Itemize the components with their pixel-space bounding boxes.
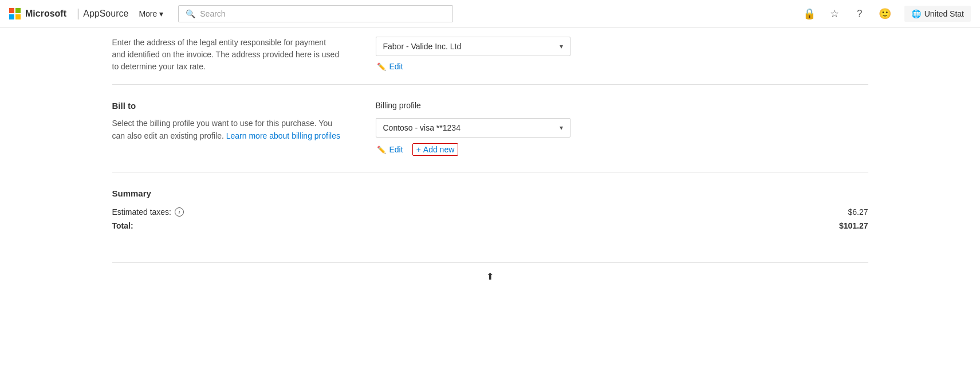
estimated-taxes-label: Estimated taxes: i [112, 207, 184, 217]
billing-profile-value: Contoso - visa **1234 [383, 123, 461, 132]
header-divider: | [77, 7, 80, 20]
region-selector[interactable]: 🌐 United Stat [904, 6, 971, 22]
billing-address-text: Enter the address of the legal entity re… [112, 37, 341, 73]
billing-address-section: Enter the address of the legal entity re… [112, 28, 868, 85]
billto-right: Billing profile Contoso - visa **1234 ▾ … [376, 101, 570, 156]
add-new-label: Add new [423, 145, 454, 154]
favorites-icon[interactable]: ☆ [824, 3, 845, 24]
add-new-billing-profile-link[interactable]: + Add new [412, 143, 459, 156]
total-value: $101.27 [839, 221, 868, 230]
appsource-label: AppSource [83, 9, 128, 19]
region-globe-icon: 🌐 [911, 9, 921, 18]
search-icon: 🔍 [186, 9, 195, 18]
chevron-down-icon: ▾ [159, 9, 163, 18]
learn-more-link[interactable]: Learn more about billing profiles [226, 131, 340, 140]
edit-pencil-icon: ✏️ [377, 146, 386, 154]
billto-description: Select the billing profile you want to u… [112, 117, 341, 142]
header: Microsoft | AppSource More ▾ 🔍 🔒 ☆ ? 🙂 🌐… [0, 0, 980, 28]
more-menu[interactable]: More ▾ [135, 7, 167, 21]
total-row: Total: $101.27 [112, 221, 868, 230]
more-label: More [139, 9, 157, 18]
billing-address-description: Enter the address of the legal entity re… [112, 37, 341, 73]
billing-profile-actions: ✏️ Edit + Add new [376, 143, 570, 156]
main-content: Enter the address of the legal entity re… [89, 28, 891, 286]
summary-section: Summary Estimated taxes: i $6.27 Total: … [112, 172, 868, 251]
billing-profile-dropdown[interactable]: Contoso - visa **1234 ▾ [376, 118, 570, 138]
edit-label: Edit [389, 62, 403, 71]
billto-left: Bill to Select the billing profile you w… [112, 101, 341, 156]
microsoft-label: Microsoft [25, 9, 66, 19]
edit-label: Edit [389, 145, 403, 154]
chevron-down-icon: ▾ [560, 124, 563, 132]
logo: Microsoft [9, 8, 69, 19]
plus-icon: + [416, 145, 421, 154]
billing-address-dropdown[interactable]: Fabor - Valide Inc. Ltd ▾ [376, 37, 570, 56]
lock-icon[interactable]: 🔒 [799, 3, 820, 24]
microsoft-logo [9, 8, 21, 19]
header-icons: 🔒 ☆ ? 🙂 🌐 United Stat [799, 3, 971, 24]
region-label: United Stat [924, 9, 964, 18]
billing-address-edit-link[interactable]: ✏️ Edit [377, 62, 570, 71]
account-icon[interactable]: 🙂 [875, 3, 895, 24]
billto-section: Bill to Select the billing profile you w… [112, 85, 868, 172]
summary-title: Summary [112, 188, 868, 198]
billto-title: Bill to [112, 101, 341, 111]
billing-profile-label: Billing profile [376, 101, 570, 110]
help-icon[interactable]: ? [849, 3, 870, 24]
search-box: 🔍 [178, 5, 453, 22]
billing-profile-edit-link[interactable]: ✏️ Edit [377, 145, 403, 154]
cursor-area: ⬆ [112, 263, 868, 286]
total-label: Total: [112, 221, 133, 230]
edit-pencil-icon: ✏️ [377, 62, 386, 71]
cursor: ⬆ [486, 271, 494, 282]
billing-address-controls: Fabor - Valide Inc. Ltd ▾ ✏️ Edit [376, 37, 570, 73]
estimated-taxes-value: $6.27 [848, 207, 868, 217]
estimated-taxes-row: Estimated taxes: i $6.27 [112, 207, 868, 217]
billing-address-value: Fabor - Valide Inc. Ltd [383, 42, 462, 51]
search-input[interactable] [200, 9, 446, 18]
chevron-down-icon: ▾ [560, 42, 563, 50]
info-icon[interactable]: i [175, 207, 184, 217]
